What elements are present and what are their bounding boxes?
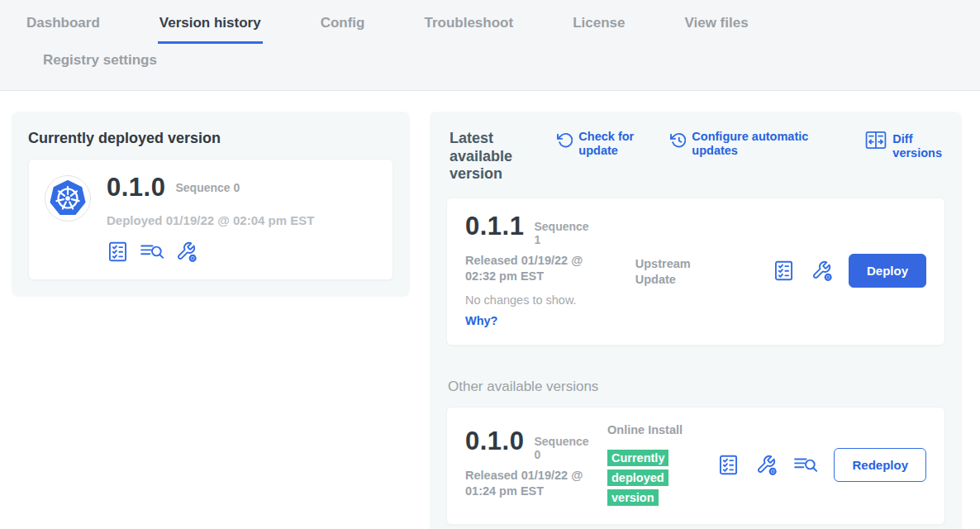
diff-versions-link[interactable]: Diff versions xyxy=(865,130,942,161)
redeploy-button[interactable]: Redeploy xyxy=(834,448,926,482)
tab-license[interactable]: License xyxy=(571,12,626,44)
deployed-version-card: 0.1.0 Sequence 0 Deployed 01/19/22 @ 02:… xyxy=(28,159,393,280)
other-sequence-label: Sequence 0 xyxy=(534,435,593,461)
tab-troubleshoot[interactable]: Troubleshoot xyxy=(422,12,515,44)
view-logs-icon[interactable] xyxy=(793,454,818,475)
currently-deployed-title: Currently deployed version xyxy=(28,130,393,147)
other-version-source: Online Install Currently deployed versio… xyxy=(607,422,717,508)
check-for-update-label: Check for update xyxy=(578,130,648,159)
latest-version-card: 0.1.1 Sequence 1 Released 01/19/22 @ 02:… xyxy=(446,198,945,346)
currently-deployed-panel: Currently deployed version xyxy=(12,112,410,297)
diff-versions-icon xyxy=(865,130,887,153)
diff-versions-label: Diff versions xyxy=(892,132,942,161)
content-area: Currently deployed version xyxy=(0,91,980,529)
tab-registry-settings[interactable]: Registry settings xyxy=(41,49,159,79)
other-released-timestamp: Released 01/19/22 @ 01:24 pm EST xyxy=(465,468,607,499)
why-link[interactable]: Why? xyxy=(465,314,497,327)
other-version-details: 0.1.0 Sequence 0 Released 01/19/22 @ 01:… xyxy=(465,422,607,508)
latest-released-timestamp: Released 01/19/22 @ 02:32 pm EST xyxy=(465,253,607,284)
deployed-version-details: 0.1.0 Sequence 0 Deployed 01/19/22 @ 02:… xyxy=(107,174,314,263)
latest-version-details: 0.1.1 Sequence 1 Released 01/19/22 @ 02:… xyxy=(465,213,635,328)
available-versions-header: Latest available version Check for updat… xyxy=(446,126,945,183)
deployed-version-number: 0.1.0 xyxy=(107,174,165,202)
configure-automatic-updates-link[interactable]: Configure automatic updates xyxy=(669,130,822,159)
edit-config-icon[interactable] xyxy=(755,454,778,476)
online-install-label: Online Install xyxy=(607,422,690,438)
latest-version-controls: Deploy xyxy=(773,213,926,328)
upstream-update-label: Upstream Update xyxy=(635,256,718,288)
top-nav: Dashboard Version history Config Trouble… xyxy=(0,0,980,91)
latest-available-title: Latest available version xyxy=(450,130,535,183)
deploy-button[interactable]: Deploy xyxy=(849,254,926,288)
view-logs-icon[interactable] xyxy=(140,241,164,262)
edit-config-icon[interactable] xyxy=(811,260,833,282)
auto-updates-icon xyxy=(669,130,686,152)
other-version-card: 0.1.0 Sequence 0 Released 01/19/22 @ 01:… xyxy=(446,407,945,525)
deployed-sequence-label: Sequence 0 xyxy=(175,181,240,194)
preflight-checks-icon[interactable] xyxy=(717,454,740,476)
other-versions-heading: Other available versions xyxy=(446,379,945,395)
check-for-update-link[interactable]: Check for update xyxy=(556,130,648,159)
tab-dashboard[interactable]: Dashboard xyxy=(25,12,102,44)
deployed-timestamp: Deployed 01/19/22 @ 02:04 pm EST xyxy=(107,213,314,227)
check-update-icon xyxy=(556,130,573,152)
currently-deployed-badge: Currently deployed version xyxy=(607,450,668,506)
latest-version-source: Upstream Update xyxy=(635,213,773,328)
preflight-checks-icon[interactable] xyxy=(107,241,129,263)
nav-row-secondary: Registry settings xyxy=(0,49,980,90)
tab-version-history[interactable]: Version history xyxy=(158,12,263,44)
latest-sequence-label: Sequence 1 xyxy=(534,220,593,246)
tab-config[interactable]: Config xyxy=(319,12,367,44)
other-version-controls: Redeploy xyxy=(717,422,926,508)
edit-config-icon[interactable] xyxy=(175,241,197,263)
other-version-number: 0.1.0 xyxy=(465,428,524,455)
kubernetes-app-logo-icon xyxy=(44,174,92,226)
configure-automatic-updates-label: Configure automatic updates xyxy=(692,130,822,159)
available-versions-panel: Latest available version Check for updat… xyxy=(430,112,962,529)
deployed-actions xyxy=(107,241,314,263)
nav-row-primary: Dashboard Version history Config Trouble… xyxy=(0,12,980,44)
latest-version-number: 0.1.1 xyxy=(465,213,524,241)
latest-changes-note: No changes to show. xyxy=(465,293,635,307)
preflight-checks-icon[interactable] xyxy=(773,260,795,282)
tab-view-files[interactable]: View files xyxy=(683,12,749,44)
